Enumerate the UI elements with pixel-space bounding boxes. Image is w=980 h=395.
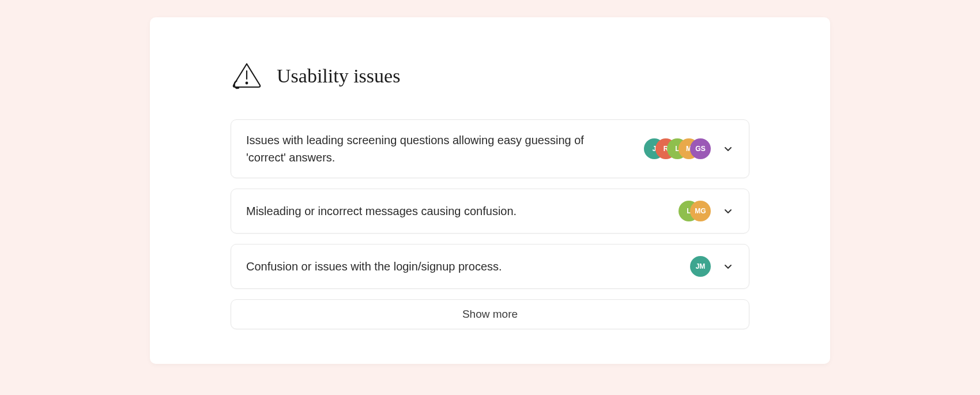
issue-list: Issues with leading screening questions … <box>231 119 749 329</box>
avatar-stack: L MG <box>679 201 711 221</box>
avatar-stack: JM <box>690 256 711 277</box>
issue-text: Misleading or incorrect messages causing… <box>246 202 655 220</box>
section-title: Usability issues <box>277 65 400 87</box>
issue-row[interactable]: Issues with leading screening questions … <box>231 119 749 178</box>
avatar: JM <box>690 256 711 277</box>
show-more-button[interactable]: Show more <box>231 299 749 329</box>
avatar: MG <box>690 201 711 221</box>
issue-right-cluster: JM <box>690 256 734 277</box>
usability-card: Usability issues Issues with leading scr… <box>150 17 830 364</box>
chevron-down-icon[interactable] <box>722 143 734 155</box>
avatar-stack: J R L M GS <box>644 138 711 159</box>
issue-text: Confusion or issues with the login/signu… <box>246 258 667 275</box>
issue-right-cluster: L MG <box>679 201 734 221</box>
svg-point-1 <box>246 82 248 84</box>
avatar: GS <box>690 138 711 159</box>
issue-row[interactable]: Confusion or issues with the login/signu… <box>231 244 749 289</box>
chevron-down-icon[interactable] <box>722 261 734 272</box>
section-header: Usability issues <box>231 61 749 92</box>
issue-row[interactable]: Misleading or incorrect messages causing… <box>231 189 749 234</box>
issue-text: Issues with leading screening questions … <box>246 131 621 166</box>
issue-right-cluster: J R L M GS <box>644 138 734 159</box>
chevron-down-icon[interactable] <box>722 205 734 217</box>
warning-icon <box>231 61 263 92</box>
